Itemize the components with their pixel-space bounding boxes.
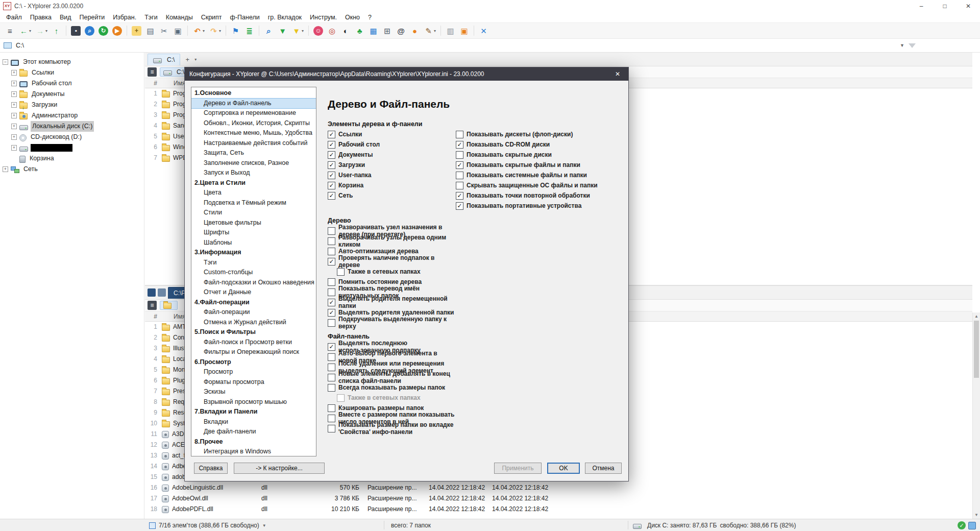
- menu-item[interactable]: Скрипт: [197, 12, 226, 22]
- tree-item[interactable]: +Загрузки: [0, 100, 144, 110]
- spiral-button[interactable]: ◎: [326, 24, 338, 37]
- checkbox-row[interactable]: Также в сетевых папках: [337, 393, 456, 403]
- config-nav-item[interactable]: Защита, Сеть: [191, 148, 316, 158]
- sphere-button[interactable]: ●: [408, 24, 421, 37]
- minimize-button[interactable]: –: [910, 0, 933, 12]
- brush-button[interactable]: ✎▾: [422, 24, 437, 37]
- checkbox[interactable]: ✓: [328, 161, 335, 169]
- config-nav-item[interactable]: Файл-поиск и Просмотр ветки: [191, 337, 316, 348]
- expander-icon[interactable]: +: [11, 91, 17, 97]
- tree-item[interactable]: +: [0, 142, 144, 153]
- config-nav-item[interactable]: Файл-операции: [191, 307, 316, 318]
- column-name[interactable]: Имя: [174, 80, 185, 87]
- menu-item[interactable]: ?: [364, 12, 376, 22]
- config-nav-item[interactable]: Тэги: [191, 258, 316, 268]
- checkbox-row[interactable]: Разворачивать узлы дерева одним кликом: [328, 236, 456, 246]
- book-button[interactable]: ▥: [444, 24, 457, 37]
- menu-item[interactable]: Инструм.: [306, 12, 341, 22]
- checkbox[interactable]: ✓: [328, 151, 335, 159]
- forward-button[interactable]: →▾: [34, 24, 49, 37]
- vertical-scrollbar[interactable]: ▲ ▼: [972, 312, 980, 519]
- back-button[interactable]: ←▾: [17, 24, 33, 37]
- address-bar[interactable]: C:\ ▼: [0, 39, 980, 53]
- config-nav-item[interactable]: Просмотр: [191, 367, 316, 377]
- checkbox-row[interactable]: ✓Документы: [328, 150, 456, 160]
- config-nav-item[interactable]: Стили: [191, 208, 316, 218]
- tree-item[interactable]: +CD-дисковод (D:): [0, 132, 144, 142]
- config-nav-item[interactable]: Интеграция в Windows: [191, 447, 316, 456]
- tree-style-button[interactable]: ♣: [353, 24, 366, 37]
- address-dropdown-icon[interactable]: ▼: [896, 43, 909, 48]
- checkbox-row[interactable]: ✓Показывать скрытые файлы и папки: [456, 160, 598, 170]
- dialog-close-button[interactable]: ✕: [607, 67, 628, 81]
- config-nav-item[interactable]: Заполнение списков, Разное: [191, 158, 316, 168]
- checkbox[interactable]: [328, 415, 335, 422]
- expander-icon[interactable]: −: [3, 59, 8, 65]
- status-panel-icon[interactable]: [968, 522, 976, 529]
- tree-item[interactable]: +Корзина: [0, 153, 144, 164]
- pane-2-button[interactable]: [158, 288, 166, 297]
- undo-button[interactable]: ↶▾: [191, 24, 206, 37]
- checkbox[interactable]: ✓: [456, 161, 463, 169]
- checkbox-row[interactable]: Показывать скрытые диски: [456, 150, 598, 160]
- tree-item[interactable]: +Ссылки: [0, 67, 144, 78]
- flag-button[interactable]: ⚑: [229, 24, 242, 37]
- checkbox[interactable]: ✓: [328, 343, 335, 351]
- checkbox[interactable]: [328, 374, 335, 381]
- ok-button[interactable]: OK: [547, 463, 580, 474]
- expander-icon[interactable]: +: [11, 102, 17, 108]
- checkbox-row[interactable]: ✓Показывать портативные устройства: [456, 201, 598, 211]
- goto-setting-button[interactable]: -> К настройке...: [234, 463, 325, 474]
- cancel-button[interactable]: Отмена: [585, 463, 622, 474]
- config-nav-item[interactable]: Настраиваемые действия событий: [191, 138, 316, 149]
- checkbox[interactable]: [328, 353, 335, 361]
- checkbox[interactable]: ✓: [456, 202, 463, 210]
- checkbox-row[interactable]: ✓Сеть: [328, 190, 456, 201]
- dialog-titlebar[interactable]: Конфигурация - XYplorer @ C:\Users\Админ…: [185, 67, 628, 81]
- config-nav-item[interactable]: 2.Цвета и Стили: [191, 178, 316, 188]
- checkbox-row[interactable]: Скрывать защищенные ОС файлы и папки: [456, 180, 598, 190]
- breadcrumb[interactable]: [160, 301, 178, 310]
- table-button[interactable]: ⊞: [381, 24, 394, 37]
- checkbox[interactable]: ✓: [328, 309, 335, 317]
- pane-menu-icon[interactable]: ≡: [148, 67, 157, 77]
- checkbox[interactable]: [328, 319, 335, 327]
- checkbox-row[interactable]: Новые элементы добавлять в конец списка …: [328, 372, 456, 382]
- config-nav-item[interactable]: Подсветка и Тёмный режим: [191, 198, 316, 208]
- filter-funnel-icon[interactable]: [909, 43, 916, 48]
- copy-button[interactable]: ▤: [144, 24, 157, 37]
- expander-icon[interactable]: +: [11, 134, 17, 140]
- checkbox[interactable]: [456, 151, 463, 159]
- new-tab-button[interactable]: +: [182, 56, 192, 63]
- checkbox-row[interactable]: ✓Показывать точки повторной обработки: [456, 190, 598, 201]
- checkbox[interactable]: [328, 227, 335, 235]
- tree-item[interactable]: +Администратор: [0, 110, 144, 121]
- maximize-button[interactable]: □: [933, 0, 957, 12]
- config-nav-item[interactable]: Отмена и Журнал действий: [191, 318, 316, 328]
- checkbox[interactable]: [328, 404, 335, 412]
- config-nav-item[interactable]: Запуск и Выход: [191, 168, 316, 178]
- menu-item[interactable]: Правка: [26, 12, 56, 22]
- checkbox-row[interactable]: Показывать дискеты (флоп-диски): [456, 129, 598, 139]
- config-nav-item[interactable]: Шаблоны: [191, 238, 316, 248]
- scrollbar-thumb[interactable]: [974, 321, 979, 378]
- checkbox[interactable]: ✓: [456, 141, 463, 149]
- expander-icon[interactable]: +: [3, 166, 8, 172]
- config-nav-item[interactable]: Отчет и Данные: [191, 287, 316, 298]
- quick-filter-button[interactable]: ▼▾: [290, 24, 305, 37]
- menu-item[interactable]: Перейти: [76, 12, 109, 22]
- help-button[interactable]: Справка: [194, 463, 228, 474]
- go-button[interactable]: ▶: [111, 24, 124, 37]
- pane-menu-icon[interactable]: ≡: [148, 301, 157, 310]
- config-nav-item[interactable]: Цвета: [191, 188, 316, 198]
- config-nav-item[interactable]: Custom-столбцы: [191, 268, 316, 278]
- checkbox[interactable]: ✓: [328, 182, 335, 189]
- menu-item[interactable]: Файл: [2, 12, 26, 22]
- new-folder-button[interactable]: +: [130, 24, 143, 37]
- checkbox-row[interactable]: ✓Корзина: [328, 180, 456, 190]
- config-nav-item[interactable]: Взрывной просмотр мышью: [191, 397, 316, 407]
- column-number[interactable]: #: [145, 80, 157, 87]
- refresh-button[interactable]: ↻: [97, 24, 110, 37]
- menu-item[interactable]: Избран.: [109, 12, 140, 22]
- checkbox-row[interactable]: ✓Ссылки: [328, 129, 456, 139]
